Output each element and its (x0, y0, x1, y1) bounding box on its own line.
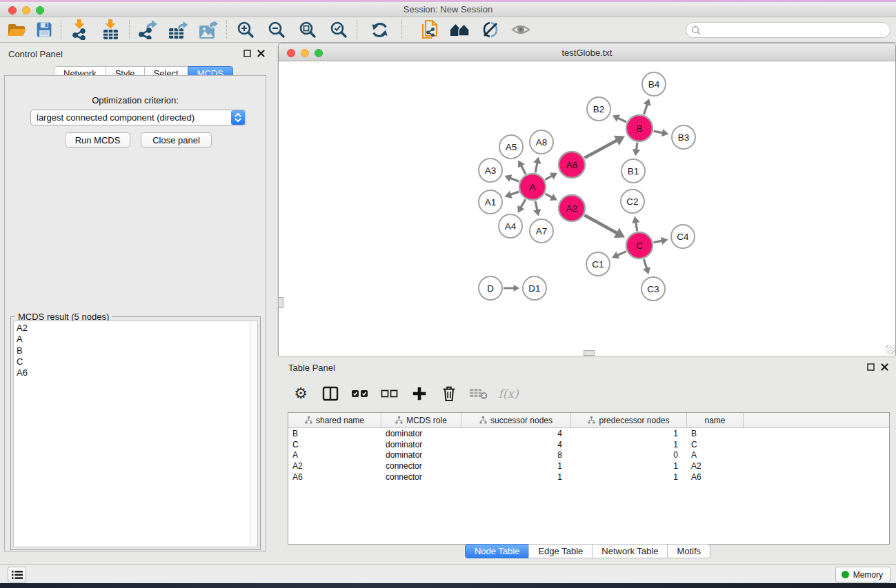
select-all-columns-button[interactable] (350, 383, 370, 404)
show-columns-button[interactable] (320, 383, 341, 404)
window-resize-grip[interactable] (886, 345, 895, 354)
memory-button[interactable]: Memory (835, 567, 890, 582)
graph-edge-C-C3[interactable] (643, 259, 650, 274)
result-list-item[interactable]: A6 (14, 367, 249, 378)
zoom-fit-button[interactable] (292, 19, 323, 41)
result-list-item[interactable]: A2 (14, 323, 249, 334)
graphics-details-button[interactable] (475, 19, 506, 41)
graph-edge-A-A2[interactable] (545, 194, 557, 201)
table-cell: 4 (461, 440, 571, 449)
close-panel-icon[interactable] (257, 50, 265, 57)
result-list-item[interactable]: A (14, 334, 249, 345)
network-canvas[interactable]: B4B2BB3A8A5A6A3B1AA1C2A2A4A7C4CC1C3DD1 (279, 61, 895, 356)
graph-node-A8[interactable]: A8 (530, 130, 553, 154)
graph-edge-C-C1[interactable] (612, 252, 626, 259)
graph-node-B4[interactable]: B4 (642, 72, 666, 96)
table-row[interactable]: A6connector11A6 (288, 472, 889, 483)
create-column-button[interactable] (409, 383, 430, 404)
table-row[interactable]: A2connector11A2 (288, 460, 889, 472)
graph-node-C[interactable]: C (626, 232, 653, 258)
graph-edge-A-A7[interactable] (533, 201, 541, 216)
result-list-item[interactable]: B (14, 345, 249, 356)
graph-edge-B-B3[interactable] (654, 129, 669, 136)
graph-edge-B-B4[interactable] (644, 99, 651, 114)
save-session-button[interactable] (30, 19, 58, 41)
column-header-successor-nodes[interactable]: successor nodes (461, 413, 571, 427)
graph-node-B[interactable]: B (626, 115, 653, 141)
open-session-button[interactable] (3, 19, 30, 41)
column-header-name[interactable]: name (687, 413, 744, 427)
import-table-button[interactable] (95, 19, 126, 41)
zoom-out-button[interactable] (261, 19, 292, 41)
birds-eye-toggle-bottom[interactable] (584, 350, 595, 356)
export-table-button[interactable] (163, 19, 193, 41)
graph-node-A2[interactable]: A2 (559, 195, 585, 221)
status-menu-button[interactable] (8, 567, 26, 582)
graph-node-A4[interactable]: A4 (499, 214, 522, 238)
table-settings-button[interactable]: ⚙ (290, 383, 311, 404)
zoom-selected-button[interactable] (323, 19, 354, 41)
tab-edge-table[interactable]: Edge Table (528, 544, 593, 558)
result-list-scrollbar[interactable] (250, 321, 257, 547)
graph-node-A5[interactable]: A5 (499, 135, 523, 159)
first-neighbors-button[interactable] (445, 19, 475, 41)
graph-node-A6[interactable]: A6 (559, 152, 585, 178)
tab-node-table[interactable]: Node Table (465, 544, 530, 558)
search-input[interactable] (704, 24, 890, 37)
graph-node-A7[interactable]: A7 (530, 219, 553, 243)
graph-node-A[interactable]: A (519, 174, 546, 200)
graph-node-B2[interactable]: B2 (587, 97, 610, 121)
tab-motifs[interactable]: Motifs (667, 544, 710, 558)
graph-node-B1[interactable]: B1 (621, 159, 645, 183)
table-row[interactable]: Adominator80A (288, 450, 889, 461)
close-panel-button[interactable]: Close panel (141, 132, 212, 148)
column-header-shared-name[interactable]: shared name (288, 413, 381, 427)
import-network-button[interactable] (64, 19, 95, 41)
export-network-button[interactable] (132, 19, 163, 41)
graph-edge-C-C4[interactable] (654, 237, 668, 245)
graph-edge-B-B2[interactable] (613, 114, 626, 122)
graph-node-C1[interactable]: C1 (586, 252, 610, 276)
graph-node-C2[interactable]: C2 (621, 190, 644, 213)
graph-node-A3[interactable]: A3 (479, 159, 502, 182)
birds-eye-toggle-left[interactable] (278, 297, 283, 308)
column-header-predecessor-nodes[interactable]: predecessor nodes (571, 413, 687, 427)
table-row[interactable]: Cdominator41C (288, 439, 889, 450)
column-header-MCDS-role[interactable]: MCDS role (381, 413, 461, 427)
delete-columns-button[interactable] (439, 383, 459, 404)
close-panel-icon[interactable] (881, 363, 888, 371)
graph-node-D[interactable]: D (479, 276, 502, 300)
float-panel-icon[interactable] (243, 50, 251, 57)
graph-edge-A6-B[interactable] (584, 136, 624, 158)
hide-details-button[interactable] (506, 19, 536, 41)
float-panel-icon[interactable] (867, 363, 875, 371)
graph-edge-A2-C[interactable] (584, 215, 625, 238)
run-mcds-button[interactable]: Run MCDS (65, 132, 130, 148)
graph-edge-D-D1[interactable] (504, 285, 519, 292)
apply-layout-button[interactable] (360, 19, 399, 41)
network-window-titlebar[interactable]: testGlobe.txt (279, 43, 895, 61)
graph-node-B3[interactable]: B3 (672, 125, 695, 149)
zoom-in-button[interactable] (230, 19, 261, 41)
graph-edge-A-A3[interactable] (504, 174, 519, 182)
graph-node-C4[interactable]: C4 (671, 225, 695, 248)
unselect-all-columns-button[interactable] (379, 383, 400, 404)
graph-edge-A-A1[interactable] (505, 191, 519, 199)
table-row[interactable]: Bdominator41B (288, 428, 889, 439)
export-image-button[interactable] (193, 19, 223, 41)
graph-edge-C-C2[interactable] (632, 216, 639, 232)
graph-node-C3[interactable]: C3 (641, 277, 665, 301)
tab-network-table[interactable]: Network Table (592, 544, 668, 558)
graph-edge-B-B1[interactable] (633, 143, 640, 156)
network-from-selection-button[interactable] (415, 19, 445, 41)
result-list-item[interactable]: C (14, 356, 249, 367)
criterion-dropdown[interactable]: largest connected component (directed) (30, 110, 246, 125)
graph-node-A1[interactable]: A1 (479, 190, 502, 214)
graph-edge-A-A4[interactable] (517, 199, 525, 213)
search-field[interactable] (686, 22, 890, 38)
table-cell: 1 (461, 461, 571, 471)
graph-edge-A-A5[interactable] (518, 160, 526, 174)
graph-node-D1[interactable]: D1 (523, 276, 546, 300)
graph-edge-A-A6[interactable] (545, 172, 557, 179)
graph-edge-A-A8[interactable] (533, 157, 541, 173)
